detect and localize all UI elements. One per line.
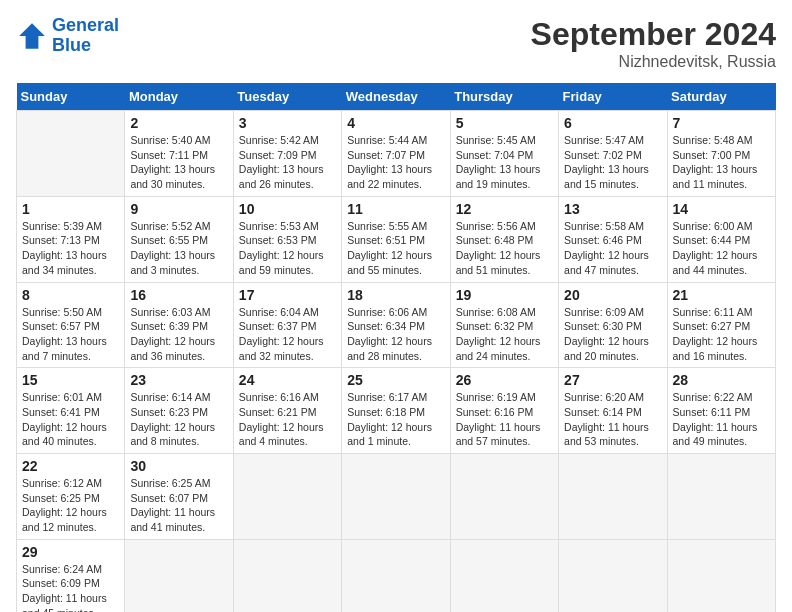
location: Nizhnedevitsk, Russia (531, 53, 776, 71)
day-info: Sunrise: 6:03 AM Sunset: 6:39 PM Dayligh… (130, 305, 227, 364)
calendar-cell (233, 454, 341, 540)
calendar-cell (233, 539, 341, 612)
day-number: 29 (22, 544, 119, 560)
day-number: 22 (22, 458, 119, 474)
day-number: 13 (564, 201, 661, 217)
calendar-cell (450, 454, 558, 540)
day-info: Sunrise: 6:06 AM Sunset: 6:34 PM Dayligh… (347, 305, 444, 364)
calendar-week-0: 2Sunrise: 5:40 AM Sunset: 7:11 PM Daylig… (17, 111, 776, 197)
day-number: 26 (456, 372, 553, 388)
day-number: 19 (456, 287, 553, 303)
page-header: General Blue September 2024 Nizhnedevits… (16, 16, 776, 71)
calendar-week-2: 8Sunrise: 5:50 AM Sunset: 6:57 PM Daylig… (17, 282, 776, 368)
calendar-cell: 22Sunrise: 6:12 AM Sunset: 6:25 PM Dayli… (17, 454, 125, 540)
day-info: Sunrise: 5:58 AM Sunset: 6:46 PM Dayligh… (564, 219, 661, 278)
day-number: 23 (130, 372, 227, 388)
calendar-cell (342, 454, 450, 540)
day-info: Sunrise: 5:42 AM Sunset: 7:09 PM Dayligh… (239, 133, 336, 192)
calendar-cell: 14Sunrise: 6:00 AM Sunset: 6:44 PM Dayli… (667, 196, 775, 282)
day-number: 18 (347, 287, 444, 303)
day-info: Sunrise: 6:14 AM Sunset: 6:23 PM Dayligh… (130, 390, 227, 449)
day-info: Sunrise: 6:22 AM Sunset: 6:11 PM Dayligh… (673, 390, 770, 449)
calendar-table: SundayMondayTuesdayWednesdayThursdayFrid… (16, 83, 776, 612)
calendar-cell: 18Sunrise: 6:06 AM Sunset: 6:34 PM Dayli… (342, 282, 450, 368)
day-number: 8 (22, 287, 119, 303)
calendar-cell: 4Sunrise: 5:44 AM Sunset: 7:07 PM Daylig… (342, 111, 450, 197)
calendar-cell: 24Sunrise: 6:16 AM Sunset: 6:21 PM Dayli… (233, 368, 341, 454)
calendar-week-5: 29Sunrise: 6:24 AM Sunset: 6:09 PM Dayli… (17, 539, 776, 612)
day-number: 2 (130, 115, 227, 131)
logo-line2: Blue (52, 35, 91, 55)
day-number: 7 (673, 115, 770, 131)
calendar-cell (667, 539, 775, 612)
day-info: Sunrise: 6:01 AM Sunset: 6:41 PM Dayligh… (22, 390, 119, 449)
weekday-tuesday: Tuesday (233, 83, 341, 111)
day-info: Sunrise: 5:48 AM Sunset: 7:00 PM Dayligh… (673, 133, 770, 192)
calendar-cell (17, 111, 125, 197)
day-number: 17 (239, 287, 336, 303)
calendar-cell: 25Sunrise: 6:17 AM Sunset: 6:18 PM Dayli… (342, 368, 450, 454)
calendar-cell: 19Sunrise: 6:08 AM Sunset: 6:32 PM Dayli… (450, 282, 558, 368)
day-number: 4 (347, 115, 444, 131)
calendar-cell: 17Sunrise: 6:04 AM Sunset: 6:37 PM Dayli… (233, 282, 341, 368)
svg-marker-0 (19, 23, 45, 49)
calendar-week-1: 1Sunrise: 5:39 AM Sunset: 7:13 PM Daylig… (17, 196, 776, 282)
weekday-thursday: Thursday (450, 83, 558, 111)
day-info: Sunrise: 6:04 AM Sunset: 6:37 PM Dayligh… (239, 305, 336, 364)
calendar-cell: 20Sunrise: 6:09 AM Sunset: 6:30 PM Dayli… (559, 282, 667, 368)
day-number: 6 (564, 115, 661, 131)
calendar-cell: 27Sunrise: 6:20 AM Sunset: 6:14 PM Dayli… (559, 368, 667, 454)
day-number: 15 (22, 372, 119, 388)
calendar-cell: 7Sunrise: 5:48 AM Sunset: 7:00 PM Daylig… (667, 111, 775, 197)
calendar-cell: 9Sunrise: 5:52 AM Sunset: 6:55 PM Daylig… (125, 196, 233, 282)
day-number: 10 (239, 201, 336, 217)
day-info: Sunrise: 5:52 AM Sunset: 6:55 PM Dayligh… (130, 219, 227, 278)
calendar-cell: 3Sunrise: 5:42 AM Sunset: 7:09 PM Daylig… (233, 111, 341, 197)
logo-icon (16, 20, 48, 52)
calendar-cell: 1Sunrise: 5:39 AM Sunset: 7:13 PM Daylig… (17, 196, 125, 282)
calendar-cell: 2Sunrise: 5:40 AM Sunset: 7:11 PM Daylig… (125, 111, 233, 197)
calendar-cell: 15Sunrise: 6:01 AM Sunset: 6:41 PM Dayli… (17, 368, 125, 454)
weekday-header-row: SundayMondayTuesdayWednesdayThursdayFrid… (17, 83, 776, 111)
calendar-cell: 30Sunrise: 6:25 AM Sunset: 6:07 PM Dayli… (125, 454, 233, 540)
calendar-cell: 16Sunrise: 6:03 AM Sunset: 6:39 PM Dayli… (125, 282, 233, 368)
day-info: Sunrise: 6:08 AM Sunset: 6:32 PM Dayligh… (456, 305, 553, 364)
day-info: Sunrise: 5:45 AM Sunset: 7:04 PM Dayligh… (456, 133, 553, 192)
calendar-cell (125, 539, 233, 612)
day-number: 9 (130, 201, 227, 217)
month-title: September 2024 (531, 16, 776, 53)
calendar-cell (450, 539, 558, 612)
day-number: 21 (673, 287, 770, 303)
day-number: 28 (673, 372, 770, 388)
day-info: Sunrise: 6:25 AM Sunset: 6:07 PM Dayligh… (130, 476, 227, 535)
calendar-cell (667, 454, 775, 540)
day-info: Sunrise: 6:19 AM Sunset: 6:16 PM Dayligh… (456, 390, 553, 449)
calendar-cell: 6Sunrise: 5:47 AM Sunset: 7:02 PM Daylig… (559, 111, 667, 197)
day-info: Sunrise: 6:12 AM Sunset: 6:25 PM Dayligh… (22, 476, 119, 535)
day-number: 5 (456, 115, 553, 131)
day-number: 24 (239, 372, 336, 388)
day-info: Sunrise: 5:47 AM Sunset: 7:02 PM Dayligh… (564, 133, 661, 192)
day-number: 25 (347, 372, 444, 388)
day-info: Sunrise: 6:16 AM Sunset: 6:21 PM Dayligh… (239, 390, 336, 449)
day-info: Sunrise: 6:17 AM Sunset: 6:18 PM Dayligh… (347, 390, 444, 449)
weekday-sunday: Sunday (17, 83, 125, 111)
calendar-cell (559, 454, 667, 540)
calendar-cell: 10Sunrise: 5:53 AM Sunset: 6:53 PM Dayli… (233, 196, 341, 282)
day-info: Sunrise: 5:53 AM Sunset: 6:53 PM Dayligh… (239, 219, 336, 278)
calendar-cell: 11Sunrise: 5:55 AM Sunset: 6:51 PM Dayli… (342, 196, 450, 282)
calendar-cell: 12Sunrise: 5:56 AM Sunset: 6:48 PM Dayli… (450, 196, 558, 282)
day-info: Sunrise: 6:20 AM Sunset: 6:14 PM Dayligh… (564, 390, 661, 449)
day-number: 30 (130, 458, 227, 474)
day-number: 11 (347, 201, 444, 217)
day-info: Sunrise: 5:44 AM Sunset: 7:07 PM Dayligh… (347, 133, 444, 192)
day-number: 12 (456, 201, 553, 217)
calendar-week-4: 22Sunrise: 6:12 AM Sunset: 6:25 PM Dayli… (17, 454, 776, 540)
day-info: Sunrise: 5:39 AM Sunset: 7:13 PM Dayligh… (22, 219, 119, 278)
day-number: 3 (239, 115, 336, 131)
day-number: 1 (22, 201, 119, 217)
weekday-friday: Friday (559, 83, 667, 111)
calendar-cell: 13Sunrise: 5:58 AM Sunset: 6:46 PM Dayli… (559, 196, 667, 282)
day-number: 14 (673, 201, 770, 217)
calendar-cell: 21Sunrise: 6:11 AM Sunset: 6:27 PM Dayli… (667, 282, 775, 368)
